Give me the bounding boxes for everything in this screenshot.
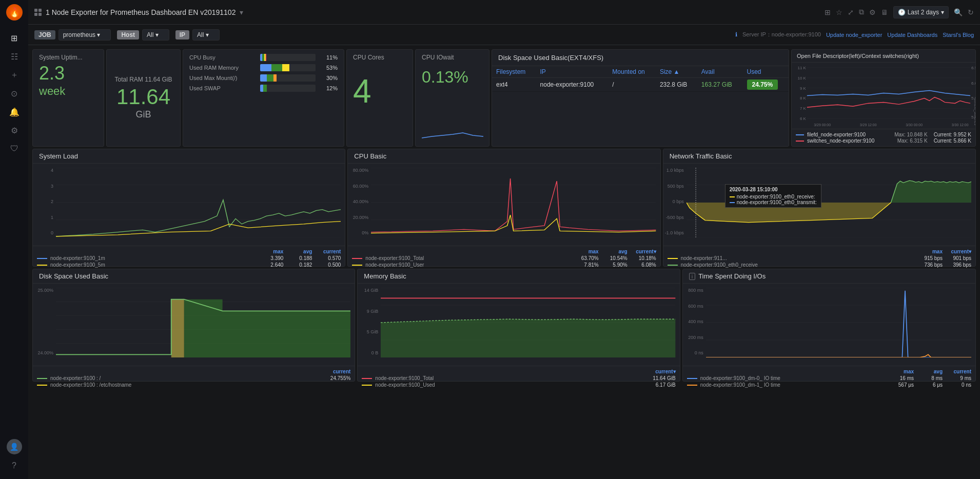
bottom-charts-row: Disk Space Used Basic 25.00%24.00% (32, 269, 976, 382)
ram-unit: GiB (113, 109, 174, 120)
sidebar-icon-dashboards[interactable]: ☷ (4, 48, 25, 65)
svg-text:3/29 12:00: 3/29 12:00 (860, 123, 877, 127)
cpu-max-total: 63.70% (573, 255, 599, 261)
memory-basic-chart: 14 GiB9 GiB5 GiB0 B 3/28 16:00 3/29 00:0… (358, 284, 679, 366)
io-y-axis: 800 ms600 ms400 ms200 ms0 ns (684, 288, 703, 355)
disk-table: Filesystem IP Mounted on Size ▲ Avail Us… (492, 66, 789, 92)
memory-legend-used: node-exporter:9100_Used 6.17 GiB (362, 382, 675, 388)
sidebar-icon-add[interactable]: ＋ (4, 67, 25, 83)
job-filter-select[interactable]: prometheus ▾ (58, 29, 111, 41)
ip-filter-label: IP (175, 30, 189, 39)
copy-icon[interactable]: ⧉ (859, 8, 864, 16)
svg-text:9 K: 9 K (800, 86, 807, 91)
disk-size: 232.8 GiB (656, 78, 697, 92)
cpu-legend-total: node-exporter:9100_Total 63.70% 10.54% 1… (352, 255, 656, 262)
network-traffic-panel: Network Traffic Basic 1.0 kbps500 bps0 b… (663, 149, 976, 267)
disk-space-chart: 25.00%24.00% 3/28 16:00 3/29 00:00 (33, 284, 355, 366)
cpu-mount-row: Used Max Mount(/) 30% (189, 74, 338, 82)
io-legend: max avg current node-exporter:9100_dm-0_… (683, 366, 975, 391)
svg-text:3/30 00:00: 3/30 00:00 (906, 123, 923, 127)
sidebar: 🔥 ⊞ ☷ ＋ ⊙ 🔔 ⚙ 🛡 👤 ? (0, 0, 28, 479)
host-filter-select[interactable]: All ▾ (142, 29, 169, 41)
ip-filter-select[interactable]: All ▾ (192, 29, 220, 41)
sidebar-icon-explore[interactable]: ⊙ (4, 85, 25, 102)
monitor-icon[interactable]: 🖥 (881, 8, 888, 16)
system-load-panel: System Load 43210 3/28 16:00 3/29 00:00 (32, 149, 345, 267)
fd-legend-current-2: Current: 5.866 K (934, 138, 971, 144)
legend-row-1m: node-exporter:9100_1m 3.390 0.188 0.570 (37, 255, 341, 262)
app-logo[interactable]: 🔥 (6, 4, 23, 21)
update-dashboards-link[interactable]: Update Dashboards (887, 32, 937, 38)
search-icon[interactable]: 🔍 (954, 8, 963, 16)
io-title-text: Time Spent Doing I/Os (698, 272, 766, 280)
uptime-unit: week (39, 85, 97, 98)
title-dropdown-icon[interactable]: ▾ (240, 8, 243, 16)
fd-legend-label-1: filefd_node-exporter:9100 (807, 132, 866, 137)
col-avail: Avail (697, 66, 743, 78)
svg-text:8 K: 8 K (800, 96, 807, 101)
cpu-basic-y-axis: 80.00%60.00%40.00%20.00%0% (349, 168, 368, 235)
memory-legend-header: current▾ (362, 368, 675, 375)
net-legend-yellow: node-exporter:911... 915 bps 901 bps (668, 255, 971, 262)
disk-current-root: 24.755% (325, 375, 350, 381)
refresh-icon[interactable]: ↻ (968, 8, 974, 16)
user-avatar[interactable]: 👤 (7, 439, 22, 454)
col-used: Used (743, 66, 789, 78)
sidebar-icon-config[interactable]: ⚙ (4, 122, 25, 138)
io-max-dm1: 567 μs (888, 382, 914, 388)
legend-current-1m: 0.570 (315, 255, 341, 261)
sidebar-icon-help[interactable]: ? (4, 457, 25, 474)
svg-text:3/30 12:00: 3/30 12:00 (952, 123, 969, 127)
ram-value: 11.64 (113, 85, 174, 109)
cpu-ram-pct: 53% (320, 65, 338, 71)
cpu-cores-title: CPU Cores (353, 54, 406, 61)
star-icon[interactable]: ☆ (836, 8, 842, 16)
settings-icon[interactable]: ⚙ (869, 8, 876, 16)
svg-marker-49 (687, 203, 891, 223)
legend-label-5m: node-exporter:9100_5m (50, 262, 254, 268)
svg-marker-48 (891, 181, 971, 203)
share-icon[interactable]: ⤢ (848, 8, 854, 16)
disk-filesystem: ext4 (492, 78, 536, 92)
cpu-iowait-minichart (422, 125, 483, 142)
legend-max-header: max (258, 249, 283, 254)
network-y-axis: 1.0 kbps500 bps0 bps-500 bps-1.0 kbps (664, 168, 684, 235)
fd-legend-item-1: filefd_node-exporter:9100 Max: 10.848 K … (796, 132, 971, 137)
disk-space-panel: Disk Space Used Basic 25.00%24.00% (32, 269, 355, 382)
legend-current-5m: 0.500 (315, 262, 341, 268)
cpu-color-total (352, 258, 362, 259)
blog-link[interactable]: Starsl's Blog (943, 32, 974, 38)
svg-text:6.0 K: 6.0 K (971, 81, 975, 86)
time-range-picker[interactable]: 🕐 Last 2 days ▾ (893, 6, 949, 18)
sidebar-icon-search[interactable]: ⊞ (4, 30, 25, 46)
io-info-icon[interactable]: i (689, 273, 695, 280)
cpu-legend-header: max avg current▾ (352, 248, 656, 255)
io-current-dm1: 0 ns (946, 382, 971, 388)
cpu-avg-total: 10.54% (602, 255, 628, 261)
disk-label-hostname: node-exporter:9100 : /etc/hostname (50, 382, 322, 388)
memory-y-axis: 14 GiB9 GiB5 GiB0 B (359, 288, 378, 355)
cpu-mount-track (260, 74, 316, 82)
io-label-dm1: node-exporter:9100_dm-1_ IO time (700, 382, 885, 388)
io-current-dm0: 9 ms (946, 375, 971, 381)
disk-color-root (37, 378, 47, 379)
legend-avg-header: avg (286, 249, 312, 254)
col-filesystem: Filesystem (492, 66, 536, 78)
fd-legend-max-1: Max: 10.848 K (894, 132, 927, 137)
legend-color-5m (37, 265, 47, 266)
memory-basic-panel: Memory Basic 14 GiB9 GiB5 GiB0 B 3/2 (357, 269, 680, 382)
col-mounted: Mounted on (608, 66, 656, 78)
disk-legend-header: current (37, 368, 350, 375)
chart-add-icon[interactable]: ⊞ (825, 8, 831, 16)
network-legend: max current▾ node-exporter:911... 915 bp… (663, 246, 975, 271)
update-exporter-link[interactable]: Update node_exporter (826, 32, 882, 38)
cpu-cores-card: CPU Cores 4 (346, 49, 413, 147)
sidebar-icon-shield[interactable]: 🛡 (4, 141, 25, 157)
sidebar-icon-alerts[interactable]: 🔔 (4, 104, 25, 120)
legend-max-5m: 2.640 (258, 262, 283, 268)
disk-color-hostname (37, 385, 47, 386)
cpu-max-header: max (573, 249, 599, 254)
cpu-ram-row: Used RAM Memory 53% (189, 64, 338, 71)
disk-avail: 163.27 GiB (697, 78, 743, 92)
fd-chart-section: Open File Descriptor(left)/Context switc… (791, 49, 976, 147)
